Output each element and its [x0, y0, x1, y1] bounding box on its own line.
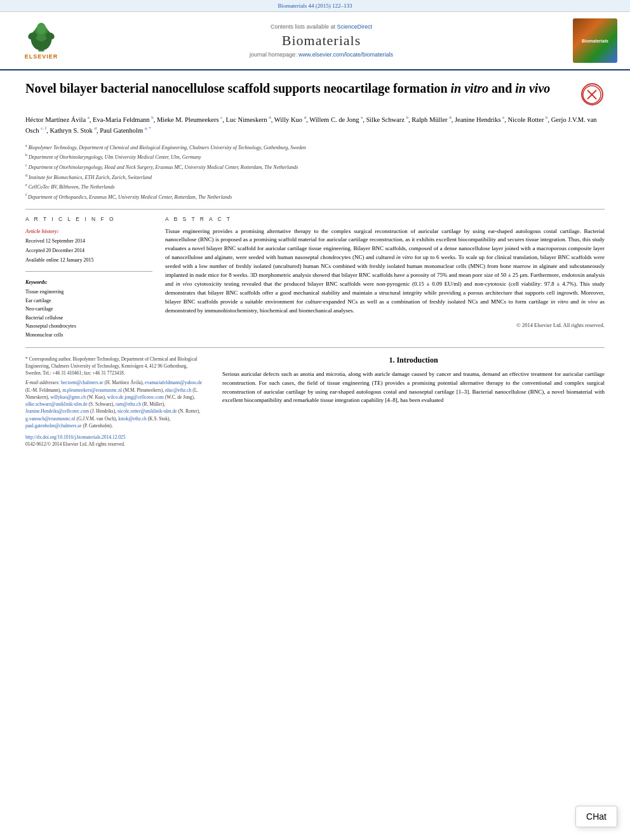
keywords-block: Keywords: Tissue engineering Ear cartila… [25, 278, 152, 340]
keyword-6: Mononuclear cells [25, 331, 152, 340]
received-date: Received 12 September 2014 [25, 237, 152, 246]
svg-point-3 [37, 23, 46, 34]
elsevier-label: ELSEVIER [25, 53, 58, 60]
left-column: A R T I C L E I N F O Article history: R… [25, 216, 152, 340]
email-link-8[interactable]: ram@ethz.ch [116, 401, 141, 407]
email-link-11[interactable]: g.vanosch@erasmusmc.nl [25, 416, 76, 422]
divider-3 [25, 347, 605, 348]
available-date: Available online 12 January 2015 [25, 257, 152, 265]
email-link-3[interactable]: m.pleumeekers@erasmusmc.nl [62, 387, 122, 393]
divider-1 [25, 209, 605, 210]
article-info-abstract: A R T I C L E I N F O Article history: R… [25, 216, 605, 340]
abstract-header: A B S T R A C T [165, 216, 605, 222]
article-title: Novel bilayer bacterial nanocellulose sc… [25, 80, 570, 97]
issn-line: 0142-9612/© 2014 Elsevier Ltd. All right… [25, 441, 125, 447]
footnote-left: * Corresponding author. Biopolymer Techn… [25, 356, 203, 448]
email-link-7[interactable]: silke.schwarz@uniklinik-ulm.de [25, 401, 88, 407]
journal-citation: Biomaterials 44 (2015) 122–133 [278, 3, 352, 9]
email-link-6[interactable]: wilco.de.jong@cellcotec.com [107, 394, 164, 400]
keyword-4: Bacterial cellulose [25, 314, 152, 323]
email-link-13[interactable]: paul.gatenholm@chalmers.se [25, 423, 82, 429]
footer-links: http://dx.doi.org/10.1016/j.biomaterials… [25, 434, 203, 448]
abstract-text: Tissue engineering provides a promising … [165, 227, 605, 316]
email-link-4[interactable]: nluc@ethz.ch [165, 387, 191, 393]
journal-homepage: journal homepage: www.elsevier.com/locat… [70, 51, 573, 58]
email-links[interactable]: hectorm@chalmers.se [61, 380, 104, 385]
sciencedirect-link[interactable]: ScienceDirect [337, 23, 373, 30]
authors: Héctor Martínez Ávila a, Eva-Maria Feldm… [25, 114, 605, 137]
keyword-2: Ear cartilage [25, 297, 152, 305]
crossmark-badge [579, 83, 605, 105]
journal-citation-bar: Biomaterials 44 (2015) 122–133 [0, 0, 630, 12]
email-link-10[interactable]: nicole.rotter@uniklinik-ulm.de [117, 408, 177, 414]
copyright: © 2014 Elsevier Ltd. All rights reserved… [165, 322, 605, 328]
email-link-12[interactable]: kstok@ethz.ch [118, 416, 147, 422]
journal-thumbnail: Biomaterials [573, 18, 617, 63]
keyword-1: Tissue engineering [25, 288, 152, 297]
divider-2 [25, 271, 152, 272]
introduction-section: 1. Introduction Serious auricular defect… [222, 356, 605, 448]
email-link-2[interactable]: evamariafeldmann@yahoo.de [145, 380, 202, 385]
journal-header: ELSEVIER Contents lists available at Sci… [0, 12, 630, 70]
affiliations: a Biopolymer Technology, Department of C… [25, 143, 605, 201]
homepage-link[interactable]: www.elsevier.com/locate/biomaterials [298, 51, 393, 58]
keywords-label: Keywords: [25, 278, 152, 287]
article-title-section: Novel bilayer bacterial nanocellulose sc… [25, 80, 605, 105]
chat-label: CHat [586, 811, 607, 822]
article-history: Article history: Received 12 September 2… [25, 227, 152, 265]
chat-overlay[interactable]: CHat [575, 806, 617, 827]
email-link-5[interactable]: willykuo@gmx.ch [50, 394, 86, 400]
article-info-header: A R T I C L E I N F O [25, 216, 152, 222]
introduction-text: Serious auricular defects such as anotia… [222, 370, 605, 406]
corresponding-author-note: * Corresponding author. Biopolymer Techn… [25, 356, 203, 430]
history-label: Article history: [25, 227, 152, 236]
intro-section-title: 1. Introduction [222, 356, 605, 365]
accepted-date: Accepted 20 December 2014 [25, 247, 152, 255]
footnote-section: * Corresponding author. Biopolymer Techn… [25, 356, 605, 448]
sciencedirect-line: Contents lists available at ScienceDirec… [70, 23, 573, 30]
email-link-9[interactable]: Jeanine.Hendriks@cellcotec.com [25, 408, 89, 414]
keyword-3: Neo-cartilage [25, 305, 152, 314]
journal-title: Biomaterials [70, 32, 573, 49]
doi-link[interactable]: http://dx.doi.org/10.1016/j.biomaterials… [25, 434, 203, 440]
right-column: A B S T R A C T Tissue engineering provi… [165, 216, 605, 340]
elsevier-logo: ELSEVIER [13, 22, 70, 60]
journal-center-header: Contents lists available at ScienceDirec… [70, 23, 573, 58]
keyword-5: Nasoseptal chondrocytes [25, 322, 152, 331]
content-area: Novel bilayer bacterial nanocellulose sc… [0, 70, 630, 457]
